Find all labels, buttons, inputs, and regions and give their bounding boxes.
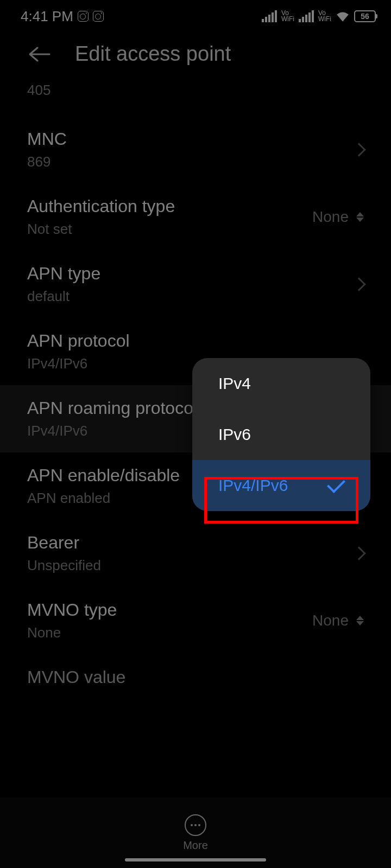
setting-action-value: None [312, 612, 349, 629]
signal-icon [262, 10, 277, 22]
protocol-popup: IPv4 IPv6 IPv4/IPv6 [192, 358, 370, 511]
setting-value: Unspecified [27, 557, 101, 574]
popup-option-label: IPv6 [218, 425, 251, 444]
popup-option-ipv4ipv6[interactable]: IPv4/IPv6 [192, 460, 370, 511]
setting-value: 405 [27, 82, 51, 99]
popup-option-ipv6[interactable]: IPv6 [192, 409, 370, 460]
status-bar: 4:41 PM VoWiFi VoWiFi 56 [0, 0, 391, 33]
chevron-right-icon [352, 143, 365, 156]
popup-option-label: IPv4/IPv6 [218, 476, 288, 495]
more-label: More [183, 839, 208, 852]
nav-indicator[interactable] [125, 858, 266, 861]
setting-title: Bearer [27, 533, 101, 553]
popup-option-label: IPv4 [218, 374, 251, 393]
chevron-updown-icon [356, 212, 364, 222]
instagram-icon [93, 11, 104, 22]
chevron-right-icon [352, 277, 365, 291]
status-time: 4:41 PM [21, 8, 73, 25]
setting-auth-type[interactable]: Authentication type Not set None [0, 183, 391, 251]
setting-value: APN enabled [27, 490, 180, 507]
popup-option-ipv4[interactable]: IPv4 [192, 358, 370, 409]
setting-bearer[interactable]: Bearer Unspecified [0, 520, 391, 587]
setting-value: IPv4/IPv6 [27, 355, 130, 372]
setting-value: default [27, 288, 100, 305]
bottom-bar: More [0, 797, 391, 868]
chevron-right-icon [352, 546, 365, 560]
wifi-icon [336, 11, 350, 22]
setting-value: None [27, 624, 117, 641]
setting-title: MVNO value [27, 667, 125, 687]
setting-title: MVNO type [27, 600, 117, 620]
chevron-updown-icon [356, 616, 364, 626]
setting-title: APN type [27, 264, 100, 284]
setting-title: Authentication type [27, 196, 175, 216]
battery-icon: 56 [354, 10, 376, 22]
vowifi-label: VoWiFi [281, 10, 294, 22]
vowifi-label: VoWiFi [318, 10, 331, 22]
more-icon[interactable] [185, 814, 206, 836]
setting-title: APN roaming protocol [27, 398, 197, 418]
setting-mnc[interactable]: MNC 869 [0, 116, 391, 183]
setting-mvno-type[interactable]: MVNO type None None [0, 587, 391, 654]
setting-mvno-value[interactable]: MVNO value [0, 654, 391, 687]
setting-title: APN enable/disable [27, 465, 180, 486]
setting-value: 869 [27, 154, 67, 170]
header: Edit access point [0, 33, 391, 82]
instagram-icon [78, 11, 89, 22]
setting-value: IPv4/IPv6 [27, 423, 197, 439]
setting-mcc[interactable]: 405 [0, 82, 391, 116]
setting-action-value: None [312, 208, 349, 226]
setting-title: APN protocol [27, 331, 130, 351]
setting-value: Not set [27, 221, 175, 238]
setting-apn-type[interactable]: APN type default [0, 251, 391, 318]
setting-title: MNC [27, 129, 67, 149]
signal-icon [299, 10, 314, 22]
page-title: Edit access point [75, 42, 231, 66]
back-button[interactable] [26, 43, 53, 65]
check-icon [327, 475, 345, 493]
